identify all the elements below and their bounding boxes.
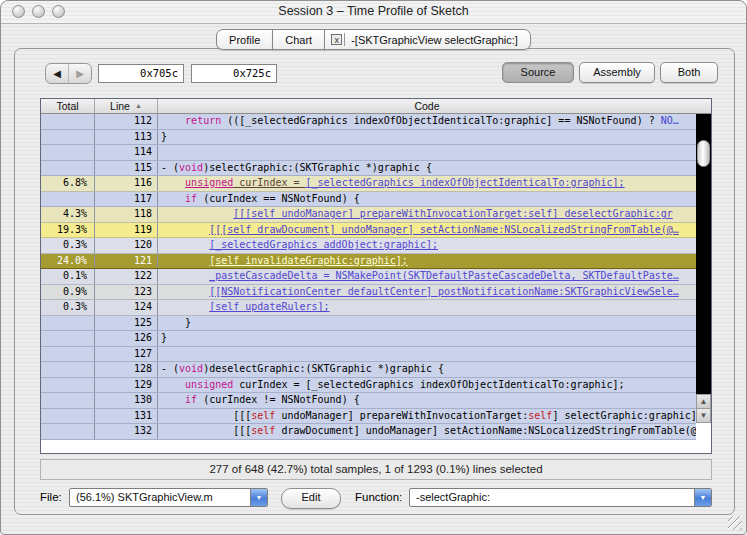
column-header-code[interactable]: Code xyxy=(158,99,696,113)
code-cell: [self updateRulers]; xyxy=(158,300,696,315)
edit-button[interactable]: Edit xyxy=(281,488,341,509)
code-cell: [_selectedGraphics addObject:graphic]; xyxy=(158,238,696,253)
code-table: Total Line ▲ Code 112 return (([_selecte… xyxy=(40,98,712,454)
code-cell: if (curIndex != NSNotFound) { xyxy=(158,393,696,408)
title-bar[interactable]: Session 3 – Time Profile of Sketch xyxy=(1,1,746,24)
file-popup[interactable]: (56.1%) SKTGraphicView.m ▼ xyxy=(69,488,268,507)
column-header-scroll-spacer xyxy=(696,99,711,113)
total-percent-cell xyxy=(41,161,95,176)
total-percent-cell: 19.3% xyxy=(41,223,95,238)
history-nav-control[interactable]: ◀ ▶ xyxy=(45,63,92,84)
column-header-total[interactable]: Total xyxy=(41,99,95,113)
line-number-cell: 118 xyxy=(95,207,158,222)
code-line-row[interactable]: 0.3%120 [_selectedGraphics addObject:gra… xyxy=(41,238,696,254)
code-line-row[interactable]: 127 xyxy=(41,347,696,363)
file-function-bar: File: (56.1%) SKTGraphicView.m ▼ Edit Fu… xyxy=(15,488,734,508)
code-line-row[interactable]: 128- (void)deselectGraphic:(SKTGraphic *… xyxy=(41,362,696,378)
code-line-row[interactable]: 6.8%116 unsigned curIndex = [_selectedGr… xyxy=(41,176,696,192)
both-view-button[interactable]: Both xyxy=(660,62,718,83)
total-percent-cell xyxy=(41,316,95,331)
tab-bar: Profile Chart x -[SKTGraphicView selectG… xyxy=(1,29,746,50)
table-empty-area xyxy=(41,440,711,454)
total-percent-cell: 0.3% xyxy=(41,238,95,253)
total-percent-cell xyxy=(41,145,95,160)
code-line-row[interactable]: 0.9%123 [[NSNotificationCenter defaultCe… xyxy=(41,285,696,301)
code-line-row[interactable]: 113} xyxy=(41,130,696,146)
file-popup-value: (56.1%) SKTGraphicView.m xyxy=(70,489,250,506)
code-line-row[interactable]: 114 xyxy=(41,145,696,161)
code-cell: } xyxy=(158,316,696,331)
line-number-cell: 121 xyxy=(95,254,158,269)
code-cell: [[[self undoManager] prepareWithInvocati… xyxy=(158,409,696,424)
line-number-cell: 123 xyxy=(95,285,158,300)
close-tab-icon[interactable]: x xyxy=(331,34,342,45)
total-percent-cell xyxy=(41,130,95,145)
code-cell: } xyxy=(158,331,696,346)
code-cell: return (([_selectedGraphics indexOfObjec… xyxy=(158,114,696,129)
scroll-down-icon[interactable]: ▼ xyxy=(696,408,711,423)
code-line-row[interactable]: 24.0%121 [self invalidateGraphic:graphic… xyxy=(41,254,696,270)
code-cell: [self invalidateGraphic:graphic]; xyxy=(158,254,696,269)
address-start-field[interactable]: 0x705c xyxy=(98,64,184,83)
code-line-row[interactable]: 129 unsigned curIndex = [_selectedGraphi… xyxy=(41,378,696,394)
address-end-field[interactable]: 0x725c xyxy=(191,64,277,83)
vertical-scrollbar[interactable]: ▲ ▼ xyxy=(696,114,711,454)
code-line-row[interactable]: 132 [[[self drawDocument] undoManager] s… xyxy=(41,424,696,440)
function-popup-value: -selectGraphic: xyxy=(410,489,694,506)
total-percent-cell: 4.3% xyxy=(41,207,95,222)
source-view-button[interactable]: Source xyxy=(502,62,574,83)
tab-profile[interactable]: Profile xyxy=(216,29,273,50)
total-percent-cell xyxy=(41,192,95,207)
line-number-cell: 126 xyxy=(95,331,158,346)
code-line-row[interactable]: 19.3%119 [[[self drawDocument] undoManag… xyxy=(41,223,696,239)
file-popup-arrow-icon[interactable]: ▼ xyxy=(250,489,267,506)
line-number-cell: 124 xyxy=(95,300,158,315)
line-number-cell: 125 xyxy=(95,316,158,331)
app-window: Session 3 – Time Profile of Sketch Profi… xyxy=(0,0,747,535)
total-percent-cell: 6.8% xyxy=(41,176,95,191)
function-popup-arrow-icon[interactable]: ▼ xyxy=(694,489,711,506)
code-line-row[interactable]: 4.3%118 [[[self undoManager] prepareWith… xyxy=(41,207,696,223)
code-line-row[interactable]: 130 if (curIndex != NSNotFound) { xyxy=(41,393,696,409)
line-number-cell: 113 xyxy=(95,130,158,145)
code-line-row[interactable]: 126} xyxy=(41,331,696,347)
code-cell xyxy=(158,347,696,362)
code-line-row[interactable]: 112 return (([_selectedGraphics indexOfO… xyxy=(41,114,696,130)
total-percent-cell xyxy=(41,114,95,129)
scroll-up-icon[interactable]: ▲ xyxy=(696,394,711,409)
code-line-row[interactable]: 0.1%122 _pasteCascadeDelta = NSMakePoint… xyxy=(41,269,696,285)
code-table-body-rows: 112 return (([_selectedGraphics indexOfO… xyxy=(41,114,696,440)
line-number-cell: 117 xyxy=(95,192,158,207)
line-number-cell: 112 xyxy=(95,114,158,129)
code-line-row[interactable]: 131 [[[self undoManager] prepareWithInvo… xyxy=(41,409,696,425)
code-cell: [[[self drawDocument] undoManager] setAc… xyxy=(158,223,696,238)
code-cell: - (void)selectGraphic:(SKTGraphic *)grap… xyxy=(158,161,696,176)
samples-status-bar: 277 of 648 (42.7%) total samples, 1 of 1… xyxy=(40,459,712,480)
code-line-row[interactable]: 115- (void)selectGraphic:(SKTGraphic *)g… xyxy=(41,161,696,177)
scrollbar-thumb[interactable] xyxy=(697,140,710,167)
assembly-view-button[interactable]: Assembly xyxy=(579,62,655,83)
line-number-cell: 119 xyxy=(95,223,158,238)
code-cell xyxy=(158,145,696,160)
back-icon[interactable]: ◀ xyxy=(46,64,69,83)
total-percent-cell xyxy=(41,347,95,362)
forward-icon[interactable]: ▶ xyxy=(69,64,91,83)
column-header-line-label: Line xyxy=(110,99,130,113)
column-header-line[interactable]: Line ▲ xyxy=(95,99,158,113)
tab-chart-label: Chart xyxy=(285,31,312,49)
total-percent-cell xyxy=(41,378,95,393)
code-line-row[interactable]: 125 } xyxy=(41,316,696,332)
line-number-cell: 131 xyxy=(95,409,158,424)
resize-grip[interactable] xyxy=(728,516,742,530)
code-cell: if (curIndex == NSNotFound) { xyxy=(158,192,696,207)
tab-chart[interactable]: Chart xyxy=(272,29,325,50)
tab-selected-function[interactable]: x -[SKTGraphicView selectGraphic:] xyxy=(324,29,531,50)
code-line-row[interactable]: 0.3%124 [self updateRulers]; xyxy=(41,300,696,316)
window-title: Session 3 – Time Profile of Sketch xyxy=(1,4,746,18)
total-percent-cell xyxy=(41,362,95,377)
function-popup[interactable]: -selectGraphic: ▼ xyxy=(409,488,712,507)
code-cell: unsigned curIndex = [_selectedGraphics i… xyxy=(158,378,696,393)
total-percent-cell: 0.3% xyxy=(41,300,95,315)
code-cell: } xyxy=(158,130,696,145)
code-line-row[interactable]: 117 if (curIndex == NSNotFound) { xyxy=(41,192,696,208)
